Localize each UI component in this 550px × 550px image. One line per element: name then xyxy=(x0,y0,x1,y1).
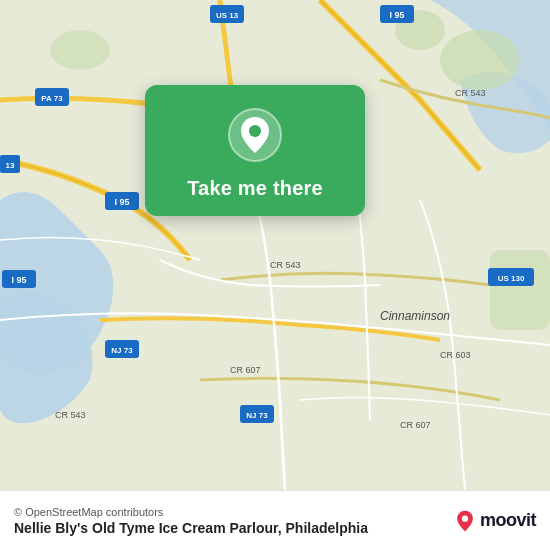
take-me-there-card[interactable]: Take me there xyxy=(145,85,365,216)
moovit-brand-text: moovit xyxy=(480,510,536,531)
map-container: I 95 I 95 I 95 US 13 PA 73 13 CR 543 CR … xyxy=(0,0,550,490)
svg-text:NJ 73: NJ 73 xyxy=(111,346,133,355)
svg-text:Cinnaminson: Cinnaminson xyxy=(380,309,450,323)
svg-text:PA 73: PA 73 xyxy=(41,94,63,103)
svg-text:CR 607: CR 607 xyxy=(400,420,431,430)
moovit-pin-icon xyxy=(454,510,476,532)
moovit-logo: moovit xyxy=(454,510,536,532)
svg-text:I 95: I 95 xyxy=(114,197,129,207)
svg-point-31 xyxy=(249,125,261,137)
take-me-there-button-label: Take me there xyxy=(187,177,323,200)
svg-point-1 xyxy=(440,30,520,90)
svg-rect-3 xyxy=(490,250,550,330)
svg-point-4 xyxy=(50,30,110,70)
svg-text:NJ 73: NJ 73 xyxy=(246,411,268,420)
svg-text:CR 543: CR 543 xyxy=(55,410,86,420)
svg-point-32 xyxy=(462,515,468,521)
svg-text:CR 607: CR 607 xyxy=(230,365,261,375)
location-icon-wrapper xyxy=(225,105,285,165)
svg-text:13: 13 xyxy=(6,161,15,170)
svg-text:US 13: US 13 xyxy=(216,11,239,20)
svg-text:CR 603: CR 603 xyxy=(440,350,471,360)
svg-text:US 130: US 130 xyxy=(498,274,525,283)
place-name: Nellie Bly's Old Tyme Ice Cream Parlour,… xyxy=(14,520,454,536)
svg-text:CR 543: CR 543 xyxy=(270,260,301,270)
bottom-bar: © OpenStreetMap contributors Nellie Bly'… xyxy=(0,490,550,550)
map-background: I 95 I 95 I 95 US 13 PA 73 13 CR 543 CR … xyxy=(0,0,550,490)
svg-text:CR 543: CR 543 xyxy=(455,88,486,98)
copyright-text: © OpenStreetMap contributors xyxy=(14,506,454,518)
svg-text:I 95: I 95 xyxy=(11,275,26,285)
location-pin-icon xyxy=(227,107,283,163)
svg-text:I 95: I 95 xyxy=(389,10,404,20)
